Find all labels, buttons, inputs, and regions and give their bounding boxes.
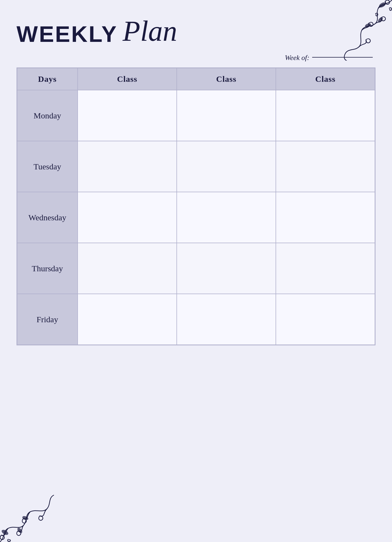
cell-tuesday-class3[interactable] <box>276 141 375 192</box>
title-container: WEEKLY Plan <box>17 17 375 45</box>
week-of-label: Week of: <box>285 54 309 62</box>
title-plan: Plan <box>122 17 177 45</box>
svg-point-3 <box>1 529 9 535</box>
table-row: Thursday <box>17 243 375 294</box>
floral-decoration-bottom-left <box>0 481 61 542</box>
cell-thursday-class2[interactable] <box>177 243 276 294</box>
header-days: Days <box>17 68 78 90</box>
header-class-1: Class <box>78 68 177 90</box>
week-of-line <box>312 57 373 58</box>
table-header: Days Class Class Class <box>17 68 375 90</box>
title-weekly: WEEKLY <box>17 23 118 45</box>
header-row: Days Class Class Class <box>17 68 375 90</box>
cell-thursday-class1[interactable] <box>78 243 177 294</box>
cell-wednesday-class1[interactable] <box>78 192 177 243</box>
cell-thursday-class3[interactable] <box>276 243 375 294</box>
header-class-2: Class <box>177 68 276 90</box>
svg-point-0 <box>379 2 386 8</box>
day-friday: Friday <box>17 294 78 345</box>
week-of-row: Week of: <box>17 54 375 62</box>
day-monday: Monday <box>17 90 78 141</box>
day-tuesday: Tuesday <box>17 141 78 192</box>
header: WEEKLY Plan <box>17 17 375 45</box>
svg-point-1 <box>378 17 383 23</box>
day-thursday: Thursday <box>17 243 78 294</box>
table-body: Monday Tuesday Wednesday Thursday <box>17 90 375 345</box>
header-class-3: Class <box>276 68 375 90</box>
table-row: Monday <box>17 90 375 141</box>
svg-point-5 <box>22 516 28 520</box>
cell-wednesday-class3[interactable] <box>276 192 375 243</box>
cell-tuesday-class1[interactable] <box>78 141 177 192</box>
cell-monday-class3[interactable] <box>276 90 375 141</box>
cell-friday-class3[interactable] <box>276 294 375 345</box>
svg-point-4 <box>17 527 23 533</box>
cell-friday-class2[interactable] <box>177 294 276 345</box>
page-container: WEEKLY Plan Week of: Days Class Class Cl… <box>0 0 392 542</box>
cell-monday-class2[interactable] <box>177 90 276 141</box>
cell-friday-class1[interactable] <box>78 294 177 345</box>
table-row: Friday <box>17 294 375 345</box>
table-row: Tuesday <box>17 141 375 192</box>
cell-wednesday-class2[interactable] <box>177 192 276 243</box>
cell-tuesday-class2[interactable] <box>177 141 276 192</box>
table-row: Wednesday <box>17 192 375 243</box>
day-wednesday: Wednesday <box>17 192 78 243</box>
cell-monday-class1[interactable] <box>78 90 177 141</box>
planner-table: Days Class Class Class Monday Tuesday We… <box>17 67 375 345</box>
